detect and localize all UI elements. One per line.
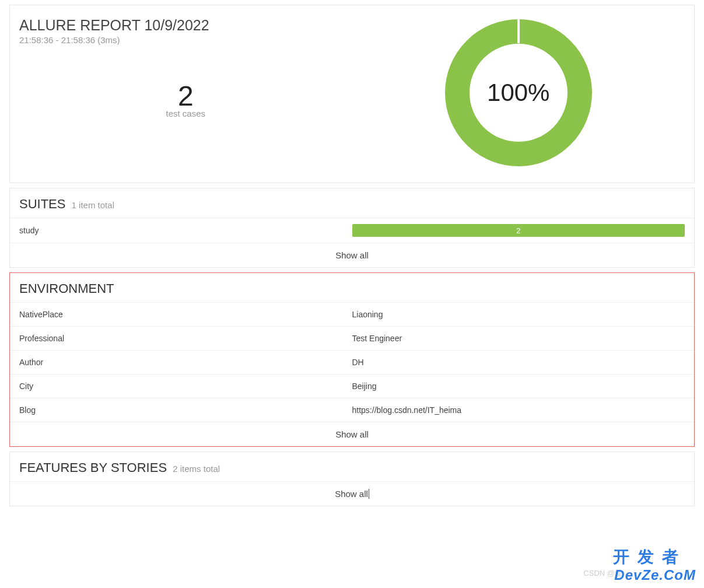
env-row[interactable]: Professional Test Engineer [10,326,694,350]
env-key: Author [19,358,352,367]
report-subtitle: 21:58:36 - 21:58:36 (3ms) [19,35,352,45]
suite-bar: 2 [352,224,685,237]
summary-card: ALLURE REPORT 10/9/2022 21:58:36 - 21:58… [9,5,695,183]
donut-center-text: 100% [487,79,549,107]
env-key: City [19,382,352,391]
suites-card: SUITES 1 item total study 2 Show all [9,188,695,268]
env-row[interactable]: City Beijing [10,374,694,398]
env-key: Blog [19,405,352,415]
summary-left: ALLURE REPORT 10/9/2022 21:58:36 - 21:58… [19,17,352,169]
pass-rate-donut: 100% [443,17,594,169]
env-value: https://blog.csdn.net/IT_heima [352,405,685,415]
environment-title: ENVIRONMENT [19,281,114,296]
test-count-number: 2 [19,80,352,112]
env-value: DH [352,358,685,367]
env-row[interactable]: NativePlace Liaoning [10,302,694,326]
environment-show-all-link[interactable]: Show all [10,422,694,446]
suite-bar-count: 2 [516,226,520,235]
features-show-all-link[interactable]: Show all [10,481,694,506]
suites-show-all-link[interactable]: Show all [10,243,694,267]
suite-row[interactable]: study 2 [10,218,694,243]
report-title: ALLURE REPORT 10/9/2022 [19,17,352,34]
suites-subtitle: 1 item total [72,200,114,210]
svg-rect-1 [517,19,520,43]
suites-header: SUITES 1 item total [10,188,694,218]
env-key: NativePlace [19,310,352,319]
features-show-all-text: Show all [335,489,369,499]
env-row[interactable]: Author DH [10,350,694,374]
features-subtitle: 2 items total [173,464,220,474]
env-value: Test Engineer [352,334,685,343]
environment-card: ENVIRONMENT NativePlace Liaoning Profess… [9,272,695,447]
features-header: FEATURES BY STORIES 2 items total [10,452,694,481]
env-value: Liaoning [352,310,685,319]
test-count-block: 2 test cases [19,80,352,118]
env-key: Professional [19,334,352,343]
suites-title: SUITES [19,197,65,211]
summary-right: 100% [352,17,685,169]
env-value: Beijing [352,382,685,391]
suite-name: study [19,226,352,235]
suite-bar-wrapper: 2 [352,224,685,237]
environment-table: NativePlace Liaoning Professional Test E… [10,302,694,422]
env-row[interactable]: Blog https://blog.csdn.net/IT_heima [10,398,694,422]
environment-header: ENVIRONMENT [10,273,694,302]
features-title: FEATURES BY STORIES [19,460,167,475]
features-card: FEATURES BY STORIES 2 items total Show a… [9,452,695,506]
test-count-label: test cases [19,108,352,118]
